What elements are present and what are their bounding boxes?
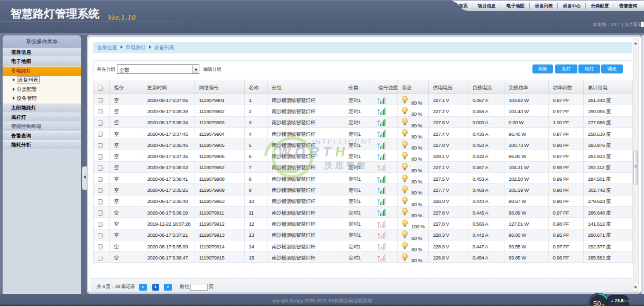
svg-text:50: 50 [593,300,601,306]
svg-text:%: % [602,303,605,306]
